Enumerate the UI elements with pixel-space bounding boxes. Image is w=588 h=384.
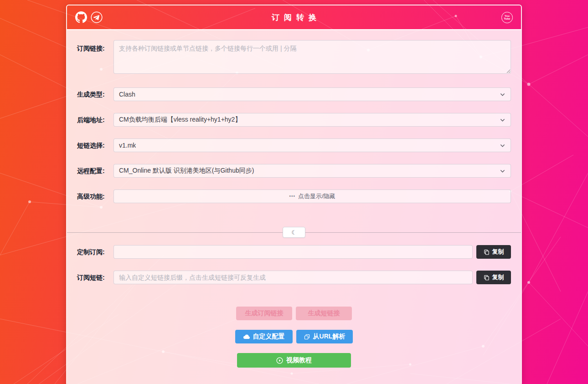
cloud-icon [243, 334, 250, 339]
parse-from-url-button[interactable]: 从URL解析 [296, 330, 353, 343]
remote-config-select[interactable]: CM_Online 默认版 识别港美地区(与Github同步) [113, 164, 511, 178]
advanced-toggle[interactable]: ••• 点击显示/隐藏 [113, 189, 511, 203]
short-link-provider-select[interactable]: v1.mk [113, 138, 511, 152]
generate-short-link-label: 生成短链接 [308, 309, 340, 317]
remote-config-label: 远程配置: [77, 164, 113, 178]
youtube-text-bottom: Tube [504, 17, 511, 20]
row-advanced: 高级功能: ••• 点击显示/隐藏 [77, 189, 511, 203]
youtube-icon[interactable]: You Tube [501, 12, 513, 23]
copy-custom-subscription-button[interactable]: 复制 [476, 245, 511, 259]
page-title: 订阅转换 [272, 12, 321, 23]
moon-icon: ☾ [291, 230, 297, 236]
theme-toggle-button[interactable]: ☾ [283, 227, 305, 238]
parse-from-url-label: 从URL解析 [313, 333, 346, 341]
header-right-icons: You Tube [501, 5, 513, 29]
row-backend: 后端地址: CM负载均衡后端【vless reality+hy1+hy2】 [77, 113, 511, 127]
generate-type-label: 生成类型: [77, 87, 113, 101]
card-header: 订阅转换 You Tube [67, 5, 521, 30]
github-icon[interactable] [75, 11, 87, 23]
video-tutorial-button[interactable]: 视频教程 [237, 353, 351, 368]
copy-short-link-button[interactable]: 复制 [476, 271, 511, 284]
parse-url-icon [304, 334, 310, 340]
generate-subscription-button[interactable]: 生成订阅链接 [236, 307, 292, 320]
action-buttons: 生成订阅链接 生成短链接 自定义配置 [67, 307, 521, 368]
video-tutorial-label: 视频教程 [286, 356, 312, 364]
chevron-down-icon [500, 143, 505, 148]
copy-icon [484, 249, 490, 255]
row-custom-subscription: 定制订阅: 复制 [77, 245, 511, 259]
subscription-link-textarea[interactable] [113, 40, 511, 74]
row-remote-config: 远程配置: CM_Online 默认版 识别港美地区(与Github同步) [77, 164, 511, 178]
play-circle-icon [276, 357, 283, 364]
subscription-short-link-input[interactable] [113, 271, 473, 284]
generate-subscription-label: 生成订阅链接 [245, 309, 284, 317]
short-link-provider-label: 短链选择: [77, 138, 113, 152]
row-subscription-link: 订阅链接: [77, 40, 511, 76]
subscription-converter-card: 订阅转换 You Tube 订阅链接: 生成类型: Clash [66, 5, 522, 384]
backend-value: CM负载均衡后端【vless reality+hy1+hy2】 [119, 116, 241, 124]
custom-config-button[interactable]: 自定义配置 [235, 330, 293, 343]
header-left-icons [75, 5, 103, 29]
ellipsis-icon: ••• [289, 194, 295, 199]
row-generate-type: 生成类型: Clash [77, 87, 511, 101]
copy-button-label: 复制 [492, 273, 504, 282]
advanced-label: 高级功能: [77, 189, 113, 203]
chevron-down-icon [500, 168, 505, 174]
subscription-link-label: 订阅链接: [77, 40, 113, 53]
card-body: 订阅链接: 生成类型: Clash 后端地址: CM负载均衡 [67, 30, 521, 384]
generate-type-select[interactable]: Clash [113, 87, 511, 101]
custom-subscription-input[interactable] [113, 245, 473, 259]
short-link-provider-value: v1.mk [119, 142, 136, 149]
copy-icon [484, 275, 490, 281]
custom-config-label: 自定义配置 [253, 333, 285, 341]
row-subscription-short-link: 订阅短链: 复制 [77, 271, 511, 284]
chevron-down-icon [500, 117, 505, 123]
chevron-down-icon [500, 92, 505, 97]
remote-config-value: CM_Online 默认版 识别港美地区(与Github同步) [119, 167, 254, 175]
telegram-icon[interactable] [91, 11, 103, 23]
backend-label: 后端地址: [77, 113, 113, 127]
subscription-short-link-label: 订阅短链: [77, 271, 113, 284]
copy-button-label: 复制 [492, 248, 504, 256]
backend-select[interactable]: CM负载均衡后端【vless reality+hy1+hy2】 [113, 113, 511, 127]
advanced-toggle-label: 点击显示/隐藏 [298, 192, 335, 200]
generate-type-value: Clash [119, 91, 135, 98]
generate-short-link-button[interactable]: 生成短链接 [296, 307, 352, 320]
row-short-link-provider: 短链选择: v1.mk [77, 138, 511, 152]
theme-divider: ☾ [67, 227, 521, 238]
custom-subscription-label: 定制订阅: [77, 245, 113, 259]
